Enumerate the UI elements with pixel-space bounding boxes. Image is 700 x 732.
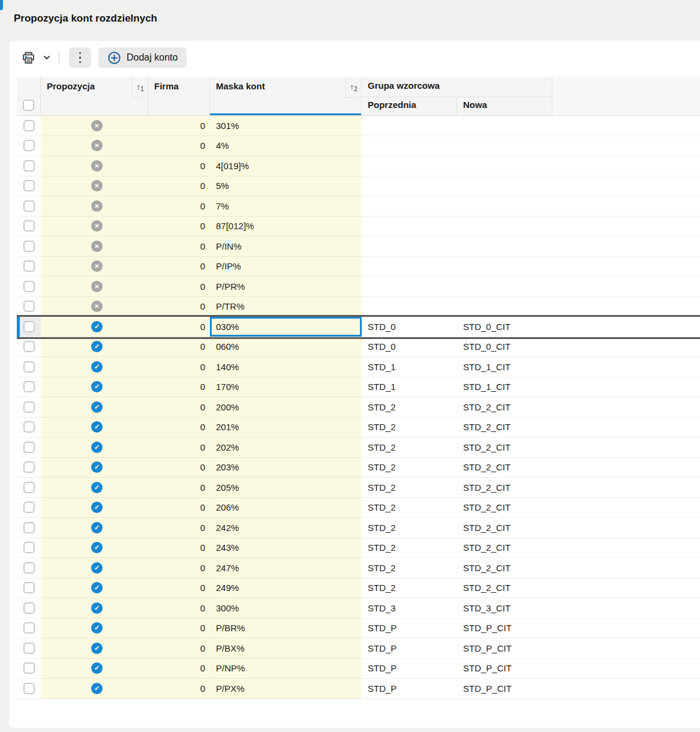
cell-firma[interactable]: 0 — [148, 196, 210, 217]
cell-maska[interactable]: 170% — [210, 377, 362, 398]
cell-poprzednia[interactable]: STD_2 — [362, 498, 457, 518]
cell-maska[interactable]: 205% — [210, 478, 362, 498]
cell-poprzednia[interactable] — [362, 217, 457, 237]
cell-nowa[interactable] — [457, 176, 552, 197]
cell-propozycja[interactable]: ✕ — [41, 297, 148, 317]
cell-firma[interactable]: 0 — [148, 297, 210, 317]
cell-maska[interactable]: 201% — [210, 418, 362, 438]
row-checkbox[interactable] — [23, 662, 35, 674]
cell-poprzednia[interactable]: STD_0 — [362, 337, 457, 358]
row-checkbox[interactable] — [23, 281, 35, 292]
cell-poprzednia[interactable]: STD_2 — [362, 518, 457, 538]
row-checkbox[interactable] — [23, 260, 35, 272]
select-all-checkbox[interactable] — [23, 100, 34, 111]
cell-nowa[interactable]: STD_2_CIT — [457, 558, 552, 578]
row-checkbox[interactable] — [23, 200, 35, 212]
cell-nowa[interactable]: STD_P_CIT — [457, 638, 552, 659]
cell-maska[interactable]: 7% — [210, 196, 362, 217]
cell-propozycja[interactable]: ✕ — [41, 136, 148, 157]
cell-propozycja[interactable]: ✓ — [41, 518, 148, 538]
row-checkbox[interactable] — [23, 582, 35, 593]
row-checkbox[interactable] — [23, 381, 35, 392]
cell-maska[interactable]: 249% — [210, 578, 362, 599]
cell-maska[interactable]: 87[012]% — [210, 217, 362, 237]
cell-maska[interactable]: 4% — [210, 136, 362, 157]
row-checkbox[interactable] — [23, 442, 35, 453]
cell-nowa[interactable]: STD_2_CIT — [457, 518, 552, 538]
row-checkbox[interactable] — [23, 683, 35, 694]
cell-propozycja[interactable]: ✓ — [41, 357, 148, 377]
cell-firma[interactable]: 0 — [148, 598, 210, 619]
more-options-button[interactable] — [69, 47, 91, 68]
cell-maska[interactable]: 301% — [210, 116, 362, 136]
col-header-nowa[interactable]: Nowa — [457, 97, 552, 115]
cell-maska[interactable]: 247% — [210, 558, 362, 578]
cell-firma[interactable]: 0 — [148, 397, 210, 418]
row-checkbox[interactable] — [23, 401, 35, 413]
cell-propozycja[interactable]: ✓ — [41, 377, 148, 398]
cell-nowa[interactable]: STD_1_CIT — [457, 377, 552, 398]
cell-poprzednia[interactable]: STD_P — [362, 659, 457, 679]
cell-maska[interactable]: 200% — [210, 397, 362, 418]
cell-poprzednia[interactable] — [362, 196, 457, 217]
cell-firma[interactable]: 0 — [148, 679, 210, 699]
cell-firma[interactable]: 0 — [148, 558, 210, 578]
cell-nowa[interactable]: STD_2_CIT — [457, 578, 552, 599]
print-button[interactable] — [20, 49, 37, 67]
col-header-maska[interactable]: Maska kont ↑2 — [210, 77, 362, 115]
row-checkbox[interactable] — [23, 502, 35, 513]
cell-maska[interactable]: P/BR% — [210, 619, 362, 639]
cell-firma[interactable]: 0 — [148, 638, 210, 659]
cell-propozycja[interactable]: ✓ — [41, 337, 148, 358]
cell-nowa[interactable] — [457, 297, 552, 317]
cell-nowa[interactable]: STD_1_CIT — [457, 357, 552, 377]
cell-propozycja[interactable]: ✓ — [41, 478, 148, 498]
cell-maska[interactable]: 242% — [210, 518, 362, 538]
cell-nowa[interactable] — [457, 116, 552, 136]
cell-poprzednia[interactable]: STD_2 — [362, 558, 457, 578]
row-checkbox[interactable] — [23, 120, 35, 131]
cell-propozycja[interactable]: ✓ — [41, 619, 148, 639]
cell-propozycja[interactable]: ✕ — [41, 176, 148, 197]
row-checkbox[interactable] — [23, 180, 35, 191]
cell-maska[interactable]: 060% — [210, 337, 362, 358]
cell-propozycja[interactable]: ✓ — [41, 397, 148, 418]
cell-firma[interactable]: 0 — [148, 156, 210, 176]
cell-nowa[interactable]: STD_P_CIT — [457, 659, 552, 679]
cell-poprzednia[interactable] — [362, 297, 457, 317]
row-checkbox[interactable] — [23, 321, 35, 332]
cell-firma[interactable]: 0 — [148, 659, 210, 679]
cell-firma[interactable]: 0 — [148, 236, 210, 257]
cell-maska[interactable]: 5% — [210, 176, 362, 197]
cell-firma[interactable]: 0 — [148, 277, 210, 297]
cell-poprzednia[interactable]: STD_1 — [362, 377, 457, 398]
cell-nowa[interactable]: STD_0_CIT — [457, 337, 552, 358]
row-checkbox[interactable] — [23, 562, 35, 574]
cell-nowa[interactable] — [457, 217, 552, 237]
row-checkbox[interactable] — [23, 361, 35, 373]
cell-firma[interactable]: 0 — [148, 498, 210, 518]
cell-firma[interactable]: 0 — [148, 116, 210, 136]
cell-firma[interactable]: 0 — [148, 377, 210, 398]
cell-firma[interactable]: 0 — [148, 217, 210, 237]
cell-poprzednia[interactable]: STD_2 — [362, 418, 457, 438]
cell-poprzednia[interactable] — [362, 236, 457, 257]
cell-firma[interactable]: 0 — [148, 478, 210, 498]
cell-propozycja[interactable]: ✓ — [41, 317, 148, 337]
sort-indicator-2[interactable]: ↑2 — [346, 77, 361, 98]
cell-maska[interactable]: P/NP% — [210, 659, 362, 679]
add-account-button[interactable]: Dodaj konto — [98, 47, 187, 68]
print-dropdown-button[interactable] — [41, 52, 53, 64]
cell-propozycja[interactable]: ✓ — [41, 458, 148, 478]
cell-poprzednia[interactable]: STD_1 — [362, 357, 457, 377]
cell-propozycja[interactable]: ✓ — [41, 638, 148, 659]
cell-firma[interactable]: 0 — [148, 176, 210, 197]
cell-maska[interactable]: 203% — [210, 458, 362, 478]
cell-poprzednia[interactable] — [362, 116, 457, 136]
cell-nowa[interactable]: STD_2_CIT — [457, 478, 552, 498]
cell-nowa[interactable]: STD_0_CIT — [457, 317, 552, 337]
row-checkbox[interactable] — [23, 140, 35, 151]
cell-firma[interactable]: 0 — [148, 357, 210, 377]
cell-propozycja[interactable]: ✓ — [41, 679, 148, 699]
row-checkbox[interactable] — [23, 241, 35, 252]
